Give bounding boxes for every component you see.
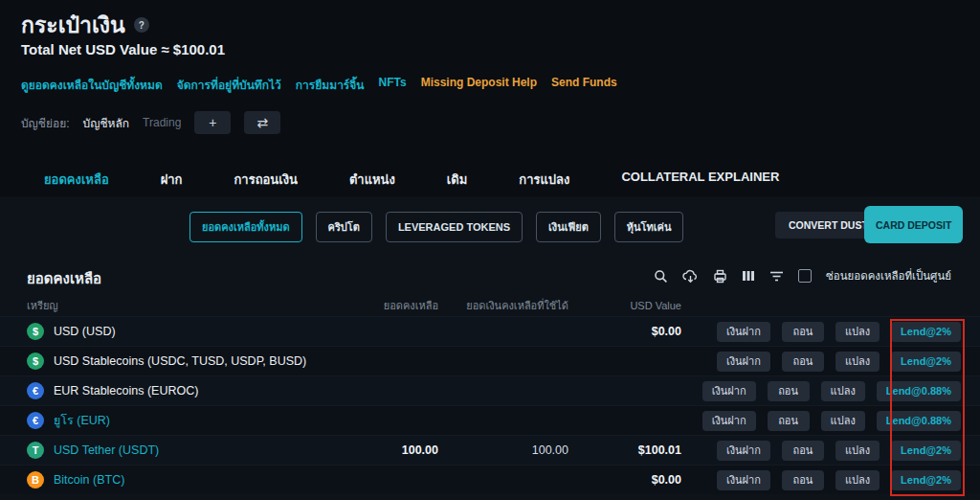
filter-leveraged-tokens[interactable]: LEVERAGED TOKENS bbox=[386, 212, 523, 242]
search-icon[interactable] bbox=[654, 269, 668, 284]
filter-all-balances[interactable]: ยอดคงเหลือทั้งหมด bbox=[189, 212, 302, 242]
tab-positions[interactable]: ตำแหน่ง bbox=[344, 161, 401, 201]
table-header: เหรียญ ยอดคงเหลือ ยอดเงินคงเหลือที่ใช้ได… bbox=[0, 295, 980, 316]
withdraw-button[interactable]: ถอน bbox=[782, 322, 824, 342]
wallet-tabs: ยอดคงเหลือ ฝาก การถอนเงิน ตำแหน่ง เดิม ก… bbox=[38, 161, 785, 201]
table-row: $ USD Stablecoins (USDC, TUSD, USDP, BUS… bbox=[0, 346, 980, 375]
withdraw-button[interactable]: ถอน bbox=[768, 411, 810, 431]
nav-link-margin-borrowing[interactable]: การยืมมาร์จิ้น bbox=[296, 76, 365, 94]
add-subaccount-button[interactable]: + bbox=[194, 111, 231, 134]
lend-button[interactable]: Lend@2% bbox=[891, 322, 961, 342]
deposit-button[interactable]: เงินฝาก bbox=[702, 381, 756, 401]
usdt-coin-icon: T bbox=[27, 442, 44, 459]
table-row: T USD Tether (USDT) 100.00 100.00 $100.0… bbox=[0, 435, 980, 465]
table-row: € EUR Stablecoins (EUROC) เงินฝาก ถอน แป… bbox=[0, 375, 980, 405]
deposit-button[interactable]: เงินฝาก bbox=[717, 322, 770, 342]
table-body: $ USD (USD) $0.00 เงินฝาก ถอน แปลง Lend@… bbox=[0, 316, 980, 494]
filter-tokenized-stocks[interactable]: หุ้นโทเค่น bbox=[614, 212, 684, 242]
eur-stablecoins-icon: € bbox=[27, 382, 44, 399]
tab-withdrawals[interactable]: การถอนเงิน bbox=[229, 161, 303, 201]
column-header-available: ยอดเงินคงเหลือที่ใช้ได้ bbox=[438, 297, 568, 314]
table-tools: ซ่อนยอดคงเหลือที่เป็นศูนย์ bbox=[654, 267, 951, 284]
convert-button[interactable]: แปลง bbox=[835, 441, 880, 461]
hide-zero-balances-checkbox[interactable] bbox=[798, 269, 812, 283]
deposit-button[interactable]: เงินฝาก bbox=[702, 411, 756, 431]
hide-zero-balances-label: ซ่อนยอดคงเหลือที่เป็นศูนย์ bbox=[826, 267, 951, 284]
column-header-balance: ยอดคงเหลือ bbox=[316, 297, 438, 314]
card-deposit-button[interactable]: CARD DEPOSIT bbox=[864, 206, 963, 243]
usd-stablecoins-icon: $ bbox=[27, 352, 44, 370]
lend-button[interactable]: Lend@0.88% bbox=[877, 411, 961, 431]
withdraw-button[interactable]: ถอน bbox=[782, 470, 824, 490]
lend-button[interactable]: Lend@2% bbox=[891, 352, 961, 372]
withdraw-button[interactable]: ถอน bbox=[782, 352, 824, 372]
table-row: $ USD (USD) $0.00 เงินฝาก ถอน แปลง Lend@… bbox=[0, 316, 980, 346]
print-icon[interactable] bbox=[713, 269, 727, 284]
nav-link-all-balances[interactable]: ดูยอดคงเหลือในบัญชีทั้งหมด bbox=[21, 76, 163, 94]
table-row: € ยูโร (EUR) เงินฝาก ถอน แปลง Lend@0.88% bbox=[0, 405, 980, 435]
balances-section-title: ยอดคงเหลือ bbox=[27, 267, 101, 290]
filter-icon[interactable] bbox=[769, 270, 784, 283]
balance-filters: ยอดคงเหลือทั้งหมด คริปโต LEVERAGED TOKEN… bbox=[189, 212, 683, 242]
convert-button[interactable]: แปลง bbox=[835, 352, 880, 372]
subaccount-bar: บัญชีย่อย: บัญชีหลัก Trading + ⇄ bbox=[21, 111, 280, 134]
deposit-button[interactable]: เงินฝาก bbox=[717, 352, 770, 372]
coin-name[interactable]: USD Stablecoins (USDC, TUSD, USDP, BUSD) bbox=[54, 354, 306, 368]
lend-button[interactable]: Lend@2% bbox=[891, 441, 961, 461]
nav-link-send-funds[interactable]: Send Funds bbox=[551, 76, 617, 94]
coin-name[interactable]: USD Tether (USDT) bbox=[54, 443, 159, 457]
subaccount-label: บัญชีย่อย: bbox=[21, 114, 70, 132]
balance-value: 100.00 bbox=[316, 443, 438, 457]
deposit-button[interactable]: เงินฝาก bbox=[717, 441, 770, 461]
coin-name[interactable]: USD (USD) bbox=[54, 325, 116, 338]
coin-name[interactable]: EUR Stablecoins (EUROC) bbox=[54, 384, 198, 398]
cloud-download-icon[interactable] bbox=[682, 269, 699, 284]
tab-collateral-explainer[interactable]: COLLATERAL EXPLAINER bbox=[615, 161, 785, 201]
convert-button[interactable]: แปลง bbox=[821, 381, 865, 401]
page-title: กระเป๋าเงิน ? bbox=[21, 8, 149, 42]
usd-value: $0.00 bbox=[568, 325, 681, 338]
convert-button[interactable]: แปลง bbox=[821, 411, 865, 431]
tab-legacy[interactable]: เดิม bbox=[441, 161, 473, 201]
tab-conversions[interactable]: การแปลง bbox=[513, 161, 575, 201]
btc-coin-icon: B bbox=[27, 471, 44, 489]
coin-name[interactable]: Bitcoin (BTC) bbox=[54, 473, 124, 487]
total-net-usd-value: Total Net USD Value ≈ $100.01 bbox=[21, 41, 225, 57]
top-nav-links: ดูยอดคงเหลือในบัญชีทั้งหมด จัดการที่อยู่… bbox=[21, 76, 617, 94]
convert-button[interactable]: แปลง bbox=[835, 322, 880, 342]
deposit-button[interactable]: เงินฝาก bbox=[717, 470, 770, 490]
column-header-usd-value: USD Value bbox=[568, 300, 681, 311]
withdraw-button[interactable]: ถอน bbox=[768, 381, 810, 401]
column-header-coin: เหรียญ bbox=[0, 297, 316, 314]
subaccount-trading[interactable]: Trading bbox=[143, 116, 181, 129]
filter-crypto[interactable]: คริปโต bbox=[316, 212, 372, 242]
lend-button[interactable]: Lend@2% bbox=[891, 470, 961, 490]
withdraw-button[interactable]: ถอน bbox=[782, 441, 824, 461]
filter-fiat[interactable]: เงินเฟียต bbox=[536, 212, 601, 242]
coin-name[interactable]: ยูโร (EUR) bbox=[54, 411, 110, 430]
eur-coin-icon: € bbox=[27, 412, 44, 429]
transfer-button[interactable]: ⇄ bbox=[244, 111, 280, 134]
usd-value: $0.00 bbox=[568, 473, 681, 487]
tab-balances[interactable]: ยอดคงเหลือ bbox=[38, 161, 115, 201]
usd-value: $100.01 bbox=[568, 443, 681, 457]
lend-button[interactable]: Lend@0.88% bbox=[877, 381, 961, 401]
plus-icon: + bbox=[209, 115, 216, 130]
table-row: B Bitcoin (BTC) $0.00 เงินฝาก ถอน แปลง L… bbox=[0, 465, 980, 494]
available-value: 100.00 bbox=[438, 443, 568, 457]
nav-link-missing-deposit-help[interactable]: Missing Deposit Help bbox=[421, 76, 537, 94]
convert-button[interactable]: แปลง bbox=[835, 470, 880, 490]
subaccount-main[interactable]: บัญชีหลัก bbox=[83, 114, 130, 132]
page-title-text: กระเป๋าเงิน bbox=[21, 8, 125, 42]
nav-link-nfts[interactable]: NFTs bbox=[379, 76, 407, 94]
usd-coin-icon: $ bbox=[27, 323, 44, 340]
swap-arrows-icon: ⇄ bbox=[256, 115, 268, 130]
nav-link-saved-addresses[interactable]: จัดการที่อยู่ที่บันทึกไว้ bbox=[177, 76, 281, 94]
columns-icon[interactable] bbox=[742, 269, 755, 283]
help-icon[interactable]: ? bbox=[134, 17, 149, 33]
tab-deposit[interactable]: ฝาก bbox=[155, 161, 189, 201]
